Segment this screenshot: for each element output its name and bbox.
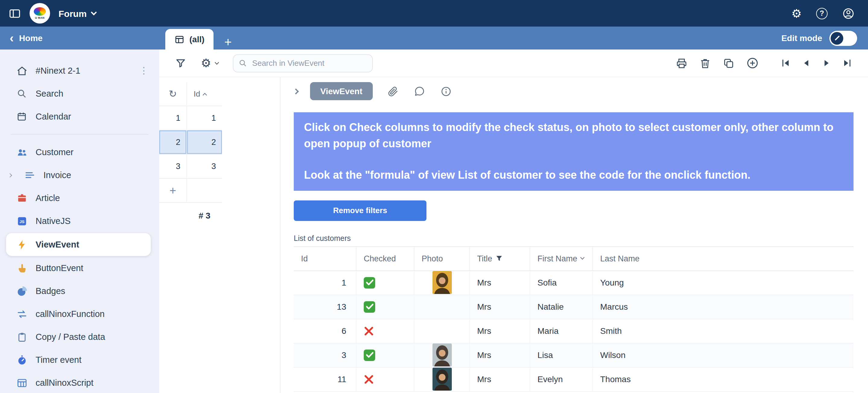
record-tab-viewevent[interactable]: ViewEvent (310, 82, 373, 100)
app-logo[interactable]: U MAN (30, 3, 50, 24)
next-record-icon[interactable] (822, 58, 832, 68)
sidebar-item-customer[interactable]: Customer (0, 141, 159, 164)
filter-icon[interactable] (175, 57, 186, 69)
column-header-title[interactable]: Title (470, 247, 530, 271)
table-row[interactable]: 3 (294, 343, 854, 368)
cell-title[interactable]: Mrs (470, 319, 530, 343)
more-options-icon[interactable]: ⋮ (140, 65, 153, 76)
record-row[interactable]: 3 3 (159, 155, 222, 179)
column-header-first-name[interactable]: First Name (530, 247, 593, 271)
cell-last-name[interactable]: Smith (593, 319, 854, 343)
edit-mode-toggle[interactable] (829, 30, 857, 46)
cell-id[interactable]: 13 (294, 295, 356, 319)
sidebar-item-buttonevent[interactable]: ButtonEvent (0, 257, 159, 280)
cell-photo[interactable] (414, 271, 470, 295)
cell-title[interactable]: Mrs (470, 343, 530, 368)
cell-checked[interactable] (356, 368, 414, 392)
collapse-panel-icon[interactable] (294, 89, 298, 93)
unchecked-icon[interactable] (364, 326, 374, 336)
cell-checked[interactable] (356, 343, 414, 368)
table-row[interactable]: 1 (294, 271, 854, 295)
cell-photo[interactable] (414, 368, 470, 392)
expand-chevron-icon[interactable] (4, 173, 16, 176)
sidebar-item-copy-paste[interactable]: Copy / Paste data (0, 326, 159, 348)
sidebar-item-badges[interactable]: Badges (0, 280, 159, 303)
attachment-paperclip-icon[interactable] (387, 85, 399, 97)
cell-id[interactable]: 11 (294, 368, 356, 392)
cell-id[interactable]: 1 (294, 271, 356, 295)
column-header-photo[interactable]: Photo (414, 247, 470, 271)
search-input[interactable] (233, 54, 373, 72)
view-settings-button[interactable]: ⚙ (201, 57, 218, 69)
workspace-menu[interactable]: Forum (59, 8, 96, 19)
cell-first-name[interactable]: Evelyn (530, 368, 593, 392)
record-index-cell[interactable]: 1 (159, 106, 187, 131)
table-row[interactable]: 13 (294, 295, 854, 319)
duplicate-icon[interactable] (723, 57, 735, 69)
cell-title[interactable]: Mrs (470, 295, 530, 319)
comment-icon[interactable] (414, 85, 425, 97)
record-index-cell[interactable]: 2 (159, 131, 187, 155)
checked-icon[interactable] (364, 349, 375, 361)
home-button[interactable]: ‹ Home (0, 27, 159, 50)
column-header-last-name[interactable]: Last Name (593, 247, 854, 271)
account-icon[interactable] (842, 7, 855, 20)
cell-first-name[interactable]: Lisa (530, 343, 593, 368)
cell-checked[interactable] (356, 295, 414, 319)
table-row[interactable]: 11 (294, 368, 854, 392)
help-icon[interactable]: ? (816, 7, 828, 19)
sidebar-item-nativejs[interactable]: JS NativeJS (0, 209, 159, 232)
sidebar-item-callninoxfunction[interactable]: callNinoxFunction (0, 303, 159, 326)
cell-title[interactable]: Mrs (470, 271, 530, 295)
record-row[interactable]: 2 2 (159, 131, 222, 155)
cell-photo[interactable] (414, 343, 470, 368)
record-row[interactable]: 1 1 (159, 106, 222, 131)
delete-icon[interactable] (699, 57, 711, 69)
unchecked-icon[interactable] (364, 374, 374, 385)
first-record-icon[interactable] (780, 58, 791, 68)
sidebar-toggle-icon[interactable] (8, 7, 21, 20)
sidebar-item-calendar[interactable]: Calendar (0, 105, 159, 128)
add-tab-button[interactable]: + (217, 35, 239, 50)
settings-gear-icon[interactable]: ⚙ (792, 7, 802, 19)
sidebar-item-article[interactable]: Article (0, 187, 159, 209)
customer-photo[interactable] (433, 271, 452, 294)
sidebar-item-invoice[interactable]: Invoice (0, 164, 159, 187)
sidebar-item-viewevent[interactable]: ViewEvent (6, 233, 151, 256)
refresh-icon[interactable]: ↻ (159, 82, 187, 106)
checked-icon[interactable] (364, 301, 375, 313)
sidebar-item-timer-event[interactable]: Timer event (0, 348, 159, 371)
cell-title[interactable]: Mrs (470, 368, 530, 392)
sidebar-item-callninoxscript[interactable]: callNinoxScript (0, 371, 159, 393)
mini-table-id-header[interactable]: Id (187, 82, 222, 106)
cell-last-name[interactable]: Wilson (593, 343, 854, 368)
record-id-cell[interactable]: 3 (187, 155, 222, 179)
print-icon[interactable] (676, 57, 688, 69)
cell-first-name[interactable]: Maria (530, 319, 593, 343)
record-id-cell[interactable]: 1 (187, 106, 222, 131)
add-record-icon[interactable] (746, 57, 759, 69)
add-record-button[interactable]: + (159, 179, 187, 203)
sidebar-item-database[interactable]: #Ninext 2-1 ⋮ (0, 59, 159, 82)
cell-id[interactable]: 3 (294, 343, 356, 368)
sidebar-item-search[interactable]: Search (0, 82, 159, 105)
cell-first-name[interactable]: Natalie (530, 295, 593, 319)
cell-photo[interactable] (414, 319, 470, 343)
checked-icon[interactable] (364, 277, 375, 288)
column-header-checked[interactable]: Checked (356, 247, 414, 271)
column-header-id[interactable]: Id (294, 247, 356, 271)
info-icon[interactable] (440, 85, 452, 97)
customer-photo[interactable] (433, 368, 452, 391)
last-record-icon[interactable] (842, 58, 852, 68)
cell-photo[interactable] (414, 295, 470, 319)
cell-last-name[interactable]: Thomas (593, 368, 854, 392)
tab-all[interactable]: (all) (165, 29, 214, 50)
cell-last-name[interactable]: Marcus (593, 295, 854, 319)
cell-id[interactable]: 6 (294, 319, 356, 343)
table-row[interactable]: 6 (294, 319, 854, 343)
cell-first-name[interactable]: Sofia (530, 271, 593, 295)
cell-checked[interactable] (356, 271, 414, 295)
cell-checked[interactable] (356, 319, 414, 343)
remove-filters-button[interactable]: Remove filters (294, 200, 427, 221)
cell-last-name[interactable]: Young (593, 271, 854, 295)
